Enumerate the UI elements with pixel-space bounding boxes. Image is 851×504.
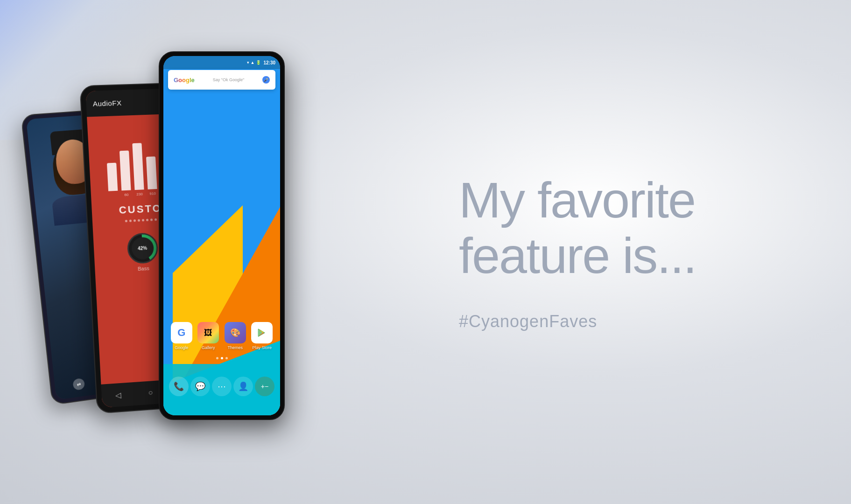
signal-icon: ▲ [251,60,255,65]
dot-4 [138,219,140,222]
eq-bar-3 [132,143,144,190]
audiofx-title: AudioFX [92,99,122,108]
google-search-bar[interactable]: Google Say "Ok Google" 🎤 [168,70,275,90]
google-mic-icon[interactable]: 🎤 [262,76,270,84]
eq-labels: 60 230 910 [122,191,158,197]
eq-bar-1 [107,163,118,191]
status-time: 12:30 [263,60,275,65]
page-dot-1 [216,357,218,359]
gallery-icon: 🖼 [197,322,219,343]
app-playstore[interactable]: Play Store [251,322,273,350]
google-label: Google [175,345,188,350]
playstore-svg [257,328,267,338]
phone-front-screen: ▾ ▲ 🔋 12:30 Google Say "Ok Google" 🎤 G [163,56,280,415]
home-nav-icon[interactable]: ○ [148,388,153,397]
phones-container: ⇄ 📷 AudioFX 60 230 910 [28,37,364,457]
dock-message-icon[interactable]: 💬 [190,377,210,396]
themes-label: Themes [227,345,243,350]
app-themes[interactable]: 🎨 Themes [225,322,246,350]
contacts-emoji: 👤 [238,381,248,392]
eq-freq-2: 230 [135,192,145,196]
main-headline: My favorite feature is... [459,173,814,284]
dot-6 [146,219,148,221]
camera-switch-icon: ⇄ [72,378,85,391]
hashtag: #CyanogenFaves [459,312,814,331]
dot-3 [134,219,136,222]
google-g-letter: G [177,327,185,339]
status-bar: ▾ ▲ 🔋 12:30 [163,56,280,69]
wifi-icon: ▾ [247,60,249,65]
eq-bar-4 [146,156,157,189]
message-emoji: 💬 [195,381,205,392]
knob-value: 42% [131,237,154,259]
google-icon: G [171,322,192,343]
apps-grid: G Google 🖼 Gallery 🎨 Themes [163,322,280,350]
right-section: My favorite feature is... #CyanogenFaves [431,0,814,504]
wallpaper [163,56,280,415]
dock-calculator-icon[interactable]: +− [255,377,274,396]
dot-8 [155,218,157,221]
gallery-emoji: 🖼 [204,328,212,338]
battery-icon: 🔋 [256,60,261,65]
bass-knob[interactable]: 42% [127,232,159,264]
eq-freq-3: 910 [148,191,157,196]
phone-front: ▾ ▲ 🔋 12:30 Google Say "Ok Google" 🎤 G [159,51,285,420]
page-dots [163,357,280,359]
custom-text: CUSTO [119,202,162,216]
apps-emoji: ⋯ [218,381,226,392]
gallery-label: Gallery [202,345,215,350]
dock-apps-icon[interactable]: ⋯ [212,377,232,396]
bass-area: 42% Bass [127,232,159,272]
dock-phone-icon[interactable]: 📞 [169,377,189,396]
phone-emoji: 📞 [174,381,184,392]
status-icons: ▾ ▲ 🔋 [247,60,261,65]
bass-label: Bass [138,266,149,272]
app-google[interactable]: G Google [171,322,192,350]
google-hint: Say "Ok Google" [198,77,259,82]
dot-5 [142,219,144,221]
eq-freq-1: 60 [122,192,132,197]
bottom-dock: 📞 💬 ⋯ 👤 +− [163,364,280,415]
dot-2 [129,220,132,222]
headline-line2: feature is... [459,228,814,284]
calculator-emoji: +− [261,383,268,390]
playstore-label: Play Store [252,345,272,350]
google-logo: Google [174,77,195,84]
dock-contacts-icon[interactable]: 👤 [233,377,253,396]
headline-line1: My favorite [459,173,814,228]
themes-icon: 🎨 [225,322,246,343]
themes-emoji: 🎨 [230,328,240,338]
app-gallery[interactable]: 🖼 Gallery [197,322,219,350]
page-dot-3 [225,357,228,359]
page-dot-2-active [221,357,223,359]
equalizer-dots [125,218,157,222]
back-nav-icon[interactable]: ◁ [115,390,121,399]
dot-7 [150,218,153,221]
playstore-icon [251,322,273,343]
eq-bar-2 [120,150,131,190]
dot-1 [125,220,127,222]
